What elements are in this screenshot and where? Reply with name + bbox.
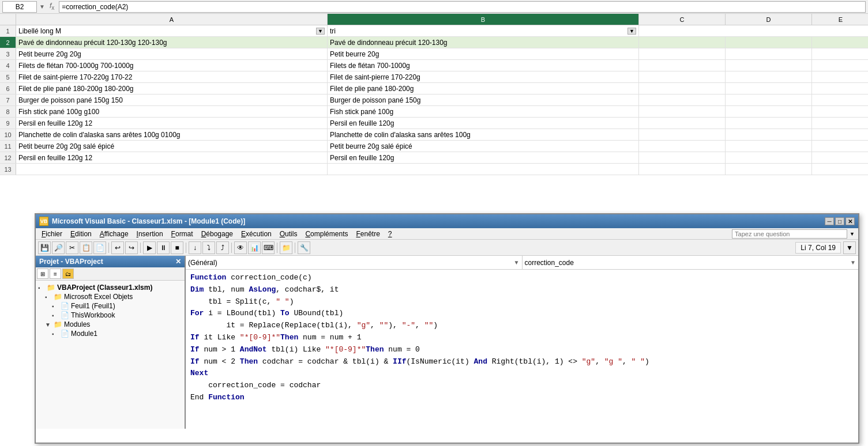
cell-e10[interactable]	[812, 129, 868, 140]
cell-d12[interactable]	[726, 152, 812, 163]
cell-b6[interactable]: Filet de plie pané 180-200g	[328, 83, 639, 94]
code-dropdown-left[interactable]: (Général) ▼	[186, 256, 523, 269]
menu-item-?[interactable]: ?	[385, 229, 396, 239]
cell-a13[interactable]	[16, 164, 328, 175]
name-box-arrow[interactable]: ▼	[39, 3, 45, 10]
table-row[interactable]: 11Petit beurre 20g 20g salé épicéPetit b…	[0, 141, 868, 152]
menu-item-compléments[interactable]: Compléments	[302, 229, 351, 239]
menu-item-format[interactable]: Format	[168, 229, 197, 239]
toolbar-project-btn[interactable]: 📁	[280, 241, 292, 254]
cell-b10[interactable]: Planchette de colin d'alaska sans arêtes…	[328, 129, 639, 140]
toolbar-extra-btn[interactable]: 🔧	[298, 241, 310, 254]
col-header-c[interactable]: C	[639, 14, 726, 25]
cell-e12[interactable]	[812, 152, 868, 163]
code-content[interactable]: Function correction_code(c) Dim tbl, num…	[186, 270, 858, 429]
tree-item[interactable]: ▪📁VBAProject (Classeur1.xlsm)	[38, 283, 182, 292]
cell-d13[interactable]	[726, 164, 812, 175]
cell-b7[interactable]: Burger de poisson pané 150g	[328, 95, 639, 105]
cell-b12[interactable]: Persil en feuille 120g	[328, 152, 639, 163]
toolbar-copy-btn[interactable]: 📋	[80, 241, 92, 254]
tree-item[interactable]: ▪📁Microsoft Excel Objets	[38, 292, 182, 301]
cell-a11[interactable]: Petit beurre 20g 20g salé épicé	[16, 141, 328, 152]
cell-b9[interactable]: Persil en feuille 120g	[328, 118, 639, 128]
menu-item-fenêtre[interactable]: Fenêtre	[352, 229, 383, 239]
cell-d7[interactable]	[726, 95, 812, 105]
toolbar-save-btn[interactable]: 💾	[38, 241, 51, 254]
cell-d4[interactable]	[726, 60, 812, 71]
toolbar-locals-btn[interactable]: 📊	[248, 241, 261, 254]
cell-c3[interactable]	[639, 48, 726, 59]
cell-a4[interactable]: Filets de flétan 700-1000g 700-1000g	[16, 60, 328, 71]
cell-b4[interactable]: Filets de flétan 700-1000g	[328, 60, 639, 71]
cell-a9[interactable]: Persil en feuille 120g 12	[16, 118, 328, 128]
cell-b3[interactable]: Petit beurre 20g	[328, 48, 639, 59]
cell-a1[interactable]: Libellé long M▼	[16, 25, 328, 36]
cell-d3[interactable]	[726, 48, 812, 59]
table-row[interactable]: 5Filet de saint-pierre 170-220g 170-22Fi…	[0, 71, 868, 83]
col-header-a[interactable]: A	[16, 14, 328, 25]
tree-item[interactable]: ▪📄Feuil1 (Feuil1)	[38, 301, 182, 311]
toolbar-undo-btn[interactable]: ↩	[111, 241, 124, 254]
cell-d8[interactable]	[726, 106, 812, 117]
cell-e3[interactable]	[812, 48, 868, 59]
table-row[interactable]: 9Persil en feuille 120g 12Persil en feui…	[0, 118, 868, 129]
cell-d2[interactable]	[726, 37, 812, 48]
cell-c7[interactable]	[639, 95, 726, 105]
menu-item-exécution[interactable]: Exécution	[238, 229, 275, 239]
table-row[interactable]: 4Filets de flétan 700-1000g 700-1000gFil…	[0, 60, 868, 71]
cell-e11[interactable]	[812, 141, 868, 152]
cell-a5[interactable]: Filet de saint-pierre 170-220g 170-22	[16, 71, 328, 82]
proj-btn-2[interactable]: ≡	[50, 269, 61, 279]
tree-item[interactable]: ▪📄ThisWorkbook	[38, 311, 182, 320]
menu-item-insertion[interactable]: Insertion	[133, 229, 167, 239]
cell-a3[interactable]: Petit beurre 20g 20g	[16, 48, 328, 59]
cell-a6[interactable]: Filet de plie pané 180-200g 180-200g	[16, 83, 328, 94]
vba-search-arrow[interactable]: ▼	[848, 231, 856, 237]
toolbar-btn-3[interactable]: ✂	[66, 241, 78, 254]
cell-c4[interactable]	[639, 60, 726, 71]
cell-a10[interactable]: Planchette de colin d'alaska sans arêtes…	[16, 129, 328, 140]
table-row[interactable]: 2Pavé de dindonneau précuit 120-130g 120…	[0, 37, 868, 48]
cell-d11[interactable]	[726, 141, 812, 152]
cell-a12[interactable]: Persil en feuille 120g 12	[16, 152, 328, 163]
table-row[interactable]: 3Petit beurre 20g 20gPetit beurre 20g	[0, 48, 868, 60]
toolbar-step-btn[interactable]: ↓	[189, 241, 201, 254]
cell-b13[interactable]	[328, 164, 639, 175]
cell-a7[interactable]: Burger de poisson pané 150g 150	[16, 95, 328, 105]
cell-c11[interactable]	[639, 141, 726, 152]
toolbar-run-btn[interactable]: ▶	[143, 241, 156, 254]
menu-item-edition[interactable]: Edition	[67, 229, 95, 239]
cell-e6[interactable]	[812, 83, 868, 94]
menu-item-outils[interactable]: Outils	[276, 229, 301, 239]
toolbar-btn-2[interactable]: 🔎	[52, 241, 65, 254]
menu-item-fichier[interactable]: Fichier	[38, 229, 66, 239]
vba-minimize-btn[interactable]: ─	[825, 217, 834, 225]
cell-a8[interactable]: Fish stick pané 100g g100	[16, 106, 328, 117]
cell-c13[interactable]	[639, 164, 726, 175]
toolbar-stop-btn[interactable]: ■	[171, 241, 183, 254]
vba-restore-btn[interactable]: □	[835, 217, 844, 225]
cell-c8[interactable]	[639, 106, 726, 117]
table-row[interactable]: 13	[0, 164, 868, 175]
cell-d9[interactable]	[726, 118, 812, 128]
toolbar-stepover-btn[interactable]: ⤵	[202, 241, 215, 254]
toolbar-immediate-btn[interactable]: ⌨	[262, 241, 275, 254]
name-box[interactable]: B2	[2, 1, 37, 13]
tree-item[interactable]: ▪📄Module1	[38, 329, 182, 338]
cell-b5[interactable]: Filet de saint-pierre 170-220g	[328, 71, 639, 82]
cell-b11[interactable]: Petit beurre 20g salé épicé	[328, 141, 639, 152]
cell-c6[interactable]	[639, 83, 726, 94]
proj-btn-3[interactable]: 🗂	[62, 269, 74, 279]
toolbar-paste-btn[interactable]: 📄	[93, 241, 106, 254]
vba-close-btn[interactable]: ✕	[846, 217, 855, 225]
table-row[interactable]: 1Libellé long M▼tri▼	[0, 25, 868, 37]
cell-b1[interactable]: tri▼	[328, 25, 639, 36]
col-header-d[interactable]: D	[726, 14, 812, 25]
cell-d5[interactable]	[726, 71, 812, 82]
formula-input[interactable]: =correction_code(A2)	[59, 1, 866, 13]
table-row[interactable]: 12Persil en feuille 120g 12Persil en feu…	[0, 152, 868, 164]
cell-d10[interactable]	[726, 129, 812, 140]
cell-a2[interactable]: Pavé de dindonneau précuit 120-130g 120-…	[16, 37, 328, 48]
toolbar-redo-btn[interactable]: ↪	[125, 241, 138, 254]
toolbar-stepout-btn[interactable]: ⤴	[216, 241, 229, 254]
